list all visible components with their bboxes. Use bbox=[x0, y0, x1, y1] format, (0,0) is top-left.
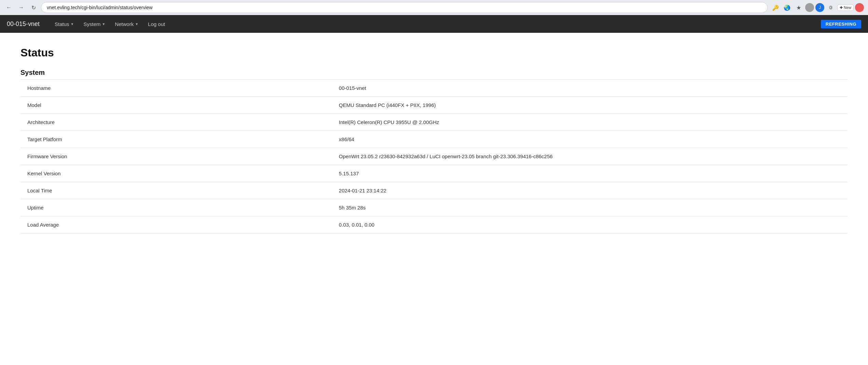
key-icon[interactable]: 🔑 bbox=[770, 2, 781, 13]
table-row: Firmware Version OpenWrt 23.05.2 r23630-… bbox=[20, 148, 848, 165]
new-tab-badge[interactable]: ✚ New bbox=[837, 4, 854, 11]
luci-navbar: 00-015-vnet Status ▼ System ▼ Network ▼ … bbox=[0, 15, 868, 33]
row-value: Intel(R) Celeron(R) CPU 3955U @ 2.00GHz bbox=[335, 114, 848, 131]
network-dropdown-arrow: ▼ bbox=[135, 22, 138, 26]
reload-button[interactable]: ↻ bbox=[29, 3, 38, 12]
status-dropdown-arrow: ▼ bbox=[71, 22, 74, 26]
row-label: Load Average bbox=[20, 216, 335, 233]
row-value: OpenWrt 23.05.2 r23630-842932a63d / LuCI… bbox=[335, 148, 848, 165]
row-value: 0.03, 0.01, 0.00 bbox=[335, 216, 848, 233]
nav-item-system-label: System bbox=[84, 21, 101, 27]
browser-chrome: ← → ↻ 🔑 🌏 ★ J 🄯 ✚ New bbox=[0, 0, 868, 15]
translate-icon[interactable]: 🌏 bbox=[782, 2, 792, 13]
extensions-icon[interactable]: 🄯 bbox=[826, 2, 836, 13]
luci-brand: 00-015-vnet bbox=[7, 21, 40, 28]
table-row: Model QEMU Standard PC (i440FX + PIIX, 1… bbox=[20, 97, 848, 114]
row-label: Model bbox=[20, 97, 335, 114]
refreshing-button[interactable]: REFRESHING bbox=[821, 20, 861, 28]
system-info-table: Hostname 00-015-vnet Model QEMU Standard… bbox=[20, 79, 848, 233]
new-tab-label: New bbox=[844, 5, 851, 10]
table-row: Architecture Intel(R) Celeron(R) CPU 395… bbox=[20, 114, 848, 131]
profile-avatar-gray[interactable] bbox=[805, 3, 814, 12]
address-input[interactable] bbox=[41, 2, 768, 13]
nav-item-logout[interactable]: Log out bbox=[143, 15, 170, 33]
table-row: Target Platform x86/64 bbox=[20, 131, 848, 148]
nav-item-network-label: Network bbox=[115, 21, 134, 27]
profile-avatar-red[interactable] bbox=[855, 3, 864, 12]
main-content: Status System Hostname 00-015-vnet Model… bbox=[0, 33, 868, 365]
row-value: 2024-01-21 23:14:22 bbox=[335, 182, 848, 199]
row-label: Target Platform bbox=[20, 131, 335, 148]
row-label: Hostname bbox=[20, 80, 335, 97]
nav-item-status-label: Status bbox=[55, 21, 69, 27]
row-value: QEMU Standard PC (i440FX + PIIX, 1996) bbox=[335, 97, 848, 114]
system-dropdown-arrow: ▼ bbox=[102, 22, 106, 26]
nav-item-system[interactable]: System ▼ bbox=[79, 15, 110, 33]
luci-nav: Status ▼ System ▼ Network ▼ Log out bbox=[50, 15, 821, 33]
browser-actions: 🔑 🌏 ★ J 🄯 ✚ New bbox=[770, 2, 864, 13]
section-title: System bbox=[20, 69, 848, 77]
page-title: Status bbox=[20, 46, 848, 59]
table-row: Local Time 2024-01-21 23:14:22 bbox=[20, 182, 848, 199]
row-label: Uptime bbox=[20, 199, 335, 216]
table-row: Kernel Version 5.15.137 bbox=[20, 165, 848, 182]
new-tab-icon: ✚ bbox=[840, 5, 843, 10]
row-label: Architecture bbox=[20, 114, 335, 131]
row-value: x86/64 bbox=[335, 131, 848, 148]
bookmark-icon[interactable]: ★ bbox=[794, 2, 804, 13]
nav-item-logout-label: Log out bbox=[148, 21, 165, 27]
row-label: Local Time bbox=[20, 182, 335, 199]
row-value: 00-015-vnet bbox=[335, 80, 848, 97]
back-button[interactable]: ← bbox=[4, 3, 14, 12]
table-row: Hostname 00-015-vnet bbox=[20, 80, 848, 97]
profile-avatar-blue[interactable]: J bbox=[815, 3, 824, 12]
nav-item-status[interactable]: Status ▼ bbox=[50, 15, 79, 33]
forward-button[interactable]: → bbox=[16, 3, 26, 12]
row-value: 5.15.137 bbox=[335, 165, 848, 182]
address-bar: ← → ↻ 🔑 🌏 ★ J 🄯 ✚ New bbox=[0, 0, 868, 15]
nav-item-network[interactable]: Network ▼ bbox=[110, 15, 143, 33]
table-row: Load Average 0.03, 0.01, 0.00 bbox=[20, 216, 848, 233]
row-value: 5h 35m 28s bbox=[335, 199, 848, 216]
row-label: Firmware Version bbox=[20, 148, 335, 165]
row-label: Kernel Version bbox=[20, 165, 335, 182]
table-row: Uptime 5h 35m 28s bbox=[20, 199, 848, 216]
